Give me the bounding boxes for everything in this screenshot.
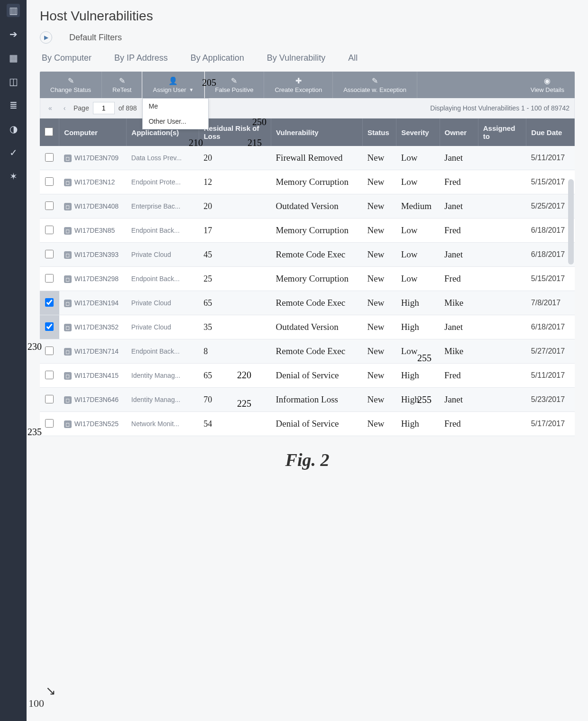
cell-vulnerability: Information Loss xyxy=(276,394,338,404)
cell-application: Identity Manag... xyxy=(131,396,181,403)
cell-vulnerability: Remote Code Exec xyxy=(276,346,346,356)
col-residual[interactable]: Residual Risk of Loss xyxy=(199,119,271,146)
view-details-button[interactable]: ◉ View Details xyxy=(520,72,575,98)
main-panel: Host Vulnerabilities ▶ Default Filters B… xyxy=(27,0,588,721)
table-row[interactable]: ◻WI17DE3N194Private Cloud65Remote Code E… xyxy=(40,291,575,315)
gear-icon[interactable]: ✶ xyxy=(7,170,20,183)
tab-by-computer[interactable]: By Computer xyxy=(40,49,93,67)
cell-vulnerability: Memory Corruption xyxy=(276,177,349,187)
row-checkbox[interactable] xyxy=(45,395,54,403)
table-row[interactable]: ◻WI17DE3N714Endpoint Back...8Remote Code… xyxy=(40,339,575,364)
tab-all[interactable]: All xyxy=(346,49,359,67)
row-checkbox[interactable] xyxy=(45,274,54,283)
assign-user-button[interactable]: 👤 Assign User ▼ Me Other User... xyxy=(142,72,204,98)
row-checkbox[interactable] xyxy=(45,201,54,210)
table-row[interactable]: ◻WI17DE3N646Identity Manag...70Informati… xyxy=(40,388,575,412)
row-checkbox[interactable] xyxy=(45,177,54,186)
cell-status: New xyxy=(368,370,385,380)
cell-severity: High xyxy=(401,322,419,332)
grid-icon[interactable]: ▦ xyxy=(7,51,20,64)
col-vulnerability[interactable]: Vulnerability xyxy=(271,119,363,146)
status-dot-icon: ◻ xyxy=(64,275,72,283)
cell-residual: 70 xyxy=(203,395,212,404)
box-icon[interactable]: ◫ xyxy=(7,75,20,88)
cell-severity: High xyxy=(401,298,419,308)
cell-status: New xyxy=(368,274,385,283)
tag-icon[interactable]: ◑ xyxy=(7,122,20,136)
play-icon[interactable]: ▶ xyxy=(40,31,52,44)
tab-by-vulnerability[interactable]: By Vulnerability xyxy=(265,49,327,67)
cell-residual: 45 xyxy=(203,250,212,259)
cell-owner: Fred xyxy=(444,274,461,283)
row-checkbox[interactable] xyxy=(45,250,54,258)
cell-computer: WI17DE3N85 xyxy=(74,227,115,234)
pager-of-label: of 898 xyxy=(119,104,137,112)
refresh-icon[interactable]: ✓ xyxy=(7,146,20,159)
col-status[interactable]: Status xyxy=(363,119,396,146)
table-row[interactable]: ◻WI17DE3N85Endpoint Back...17Memory Corr… xyxy=(40,219,575,243)
cell-owner: Janet xyxy=(444,153,463,163)
retest-button[interactable]: ✎ ReTest xyxy=(102,72,142,98)
change-status-button[interactable]: ✎ Change Status xyxy=(40,72,102,98)
tab-by-application[interactable]: By Application xyxy=(189,49,246,67)
table-row[interactable]: ◻WI17DE3N709Data Loss Prev...20Firewall … xyxy=(40,146,575,170)
table-row[interactable]: ◻WI17DE3N352Private Cloud35Outdated Vers… xyxy=(40,315,575,339)
col-due[interactable]: Due Date xyxy=(526,119,575,146)
chevron-down-icon: ▼ xyxy=(189,87,194,92)
cell-vulnerability: Remote Code Exec xyxy=(276,298,346,308)
vertical-scrollbar[interactable] xyxy=(568,179,574,265)
assign-menu-other[interactable]: Other User... xyxy=(143,114,208,129)
row-checkbox[interactable] xyxy=(45,419,54,428)
table-row[interactable]: ◻WI17DE3N393Private Cloud45Remote Code E… xyxy=(40,243,575,267)
list-icon[interactable]: ≣ xyxy=(7,99,20,112)
status-dot-icon: ◻ xyxy=(64,251,72,259)
cell-computer: WI17DE3N646 xyxy=(74,396,119,403)
cell-status: New xyxy=(368,153,385,163)
associate-exception-button[interactable]: ✎ Associate w. Exception xyxy=(333,72,417,98)
table-row[interactable]: ◻WI17DE3N408Enterprise Bac...20Outdated … xyxy=(40,194,575,219)
status-dot-icon: ◻ xyxy=(64,348,72,356)
table-row[interactable]: ◻WI17DE3N298Endpoint Back...25Memory Cor… xyxy=(40,267,575,291)
user-icon: 👤 xyxy=(168,76,178,85)
assign-menu-me[interactable]: Me xyxy=(143,99,208,114)
false-positive-label: False Positive xyxy=(215,86,253,93)
table-row[interactable]: ◻WI17DE3N12Endpoint Prote...12Memory Cor… xyxy=(40,170,575,194)
select-all-checkbox[interactable] xyxy=(45,128,53,136)
cell-severity: Low xyxy=(401,177,418,187)
false-positive-button[interactable]: ✎ False Positive xyxy=(204,72,264,98)
row-checkbox[interactable] xyxy=(45,226,54,234)
chart-icon[interactable]: ▥ xyxy=(7,4,20,17)
col-assigned[interactable]: Assigned to xyxy=(478,119,526,146)
pager-first-button[interactable]: « xyxy=(45,104,55,112)
row-checkbox[interactable] xyxy=(45,347,54,355)
table-row[interactable]: ◻WI17DE3N415Identity Manag...65Denial of… xyxy=(40,364,575,388)
row-checkbox[interactable] xyxy=(45,153,54,162)
arrow-right-icon[interactable]: ➔ xyxy=(7,27,20,41)
cell-residual: 54 xyxy=(203,419,212,429)
cell-owner: Janet xyxy=(444,322,463,332)
col-severity[interactable]: Severity xyxy=(396,119,440,146)
edit-icon: ✎ xyxy=(68,76,74,85)
pager-page-input[interactable] xyxy=(93,102,115,114)
cell-residual: 17 xyxy=(203,226,212,235)
col-owner[interactable]: Owner xyxy=(440,119,478,146)
row-checkbox[interactable] xyxy=(45,298,54,307)
create-exception-button[interactable]: ✚ Create Exception xyxy=(264,72,333,98)
cell-due: 5/17/2017 xyxy=(531,420,565,428)
foot-ref: 100 xyxy=(28,697,44,710)
foot-arrow-icon: ↘ xyxy=(46,684,56,698)
tab-by-ip-address[interactable]: By IP Address xyxy=(112,49,170,67)
cell-owner: Mike xyxy=(444,298,463,308)
cell-computer: WI17DE3N352 xyxy=(74,323,119,331)
cell-residual: 8 xyxy=(203,347,208,356)
retest-label: ReTest xyxy=(112,86,131,93)
pager: « ‹ Page of 898 › » Displaying Host Vuln… xyxy=(40,98,575,119)
table-row[interactable]: ◻WI17DE3N525Network Monit...54Denial of … xyxy=(40,412,575,436)
col-computer[interactable]: Computer xyxy=(59,119,127,146)
cell-computer: WI17DE3N709 xyxy=(74,154,119,162)
cell-computer: WI17DE3N525 xyxy=(74,420,119,428)
row-checkbox[interactable] xyxy=(45,371,54,379)
cell-due: 6/18/2017 xyxy=(531,226,565,234)
row-checkbox[interactable] xyxy=(45,322,54,331)
pager-prev-button[interactable]: ‹ xyxy=(59,104,70,112)
